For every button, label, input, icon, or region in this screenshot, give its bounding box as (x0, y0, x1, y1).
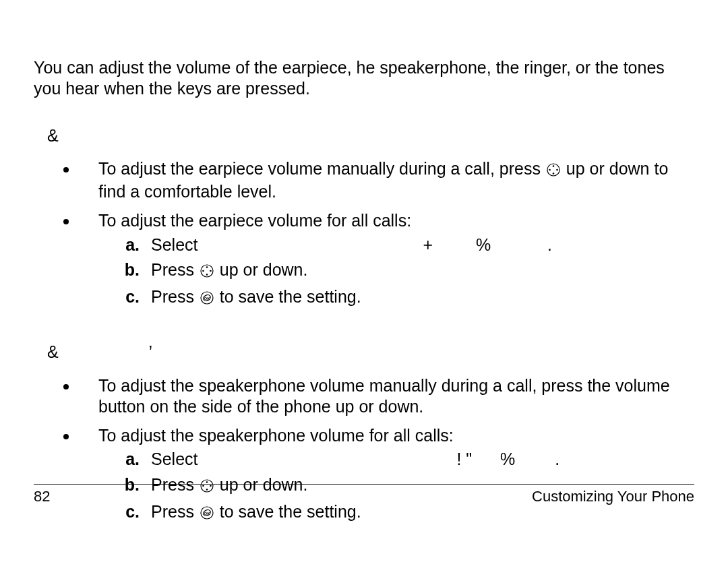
svg-point-7 (206, 274, 208, 276)
svg-point-2 (553, 173, 555, 175)
s1-item2: To adjust the earpiece volume for all ca… (78, 210, 694, 309)
plus-symbol: + (423, 235, 433, 254)
s2-item2-text: To adjust the speakerphone volume for al… (98, 426, 454, 445)
s1c-before: Press (151, 287, 199, 306)
footer-title: Customizing Your Phone (532, 487, 694, 506)
s1-item2-text: To adjust the earpiece volume for all ca… (98, 211, 411, 230)
s2a-before: Select (151, 449, 198, 468)
s1-item1: To adjust the earpiece volume manually d… (78, 158, 694, 203)
svg-point-6 (206, 266, 208, 268)
nav-icon (547, 160, 560, 181)
s1b-before: Press (151, 260, 199, 279)
s1a-before: Select (151, 235, 198, 254)
section1-prefix: & (34, 125, 694, 146)
svg-point-9 (210, 270, 212, 272)
s1-steps: Select + % . Press (98, 235, 694, 310)
document-page: You can adjust the volume of the earpiec… (0, 0, 728, 524)
s1-item1-before: To adjust the earpiece volume manually d… (98, 159, 545, 178)
ok-icon: OK (200, 288, 214, 309)
s1-step-a: Select + % . (144, 235, 694, 255)
svg-point-4 (556, 168, 558, 170)
s1c-after: to save the setting. (220, 287, 361, 306)
s2-item1-text: To adjust the speakerphone volume manual… (98, 376, 670, 416)
s1-step-c: Press OK to save the setting. (144, 286, 694, 309)
ampersand-symbol: & (47, 342, 59, 361)
svg-point-1 (553, 165, 555, 167)
s2-item2: To adjust the speakerphone volume for al… (78, 425, 694, 524)
exclaim-quote-symbol: ! " (456, 449, 472, 468)
s2-item1: To adjust the speakerphone volume manual… (78, 375, 694, 418)
page-number: 82 (34, 487, 50, 506)
percent-symbol: % (500, 449, 515, 468)
percent-symbol: % (476, 235, 491, 254)
period-symbol: . (555, 449, 559, 468)
page-footer: 82 Customizing Your Phone (34, 484, 694, 506)
s1b-after: up or down. (220, 260, 308, 279)
svg-point-3 (549, 168, 551, 170)
apostrophe-symbol: ’ (149, 342, 153, 361)
svg-text:OK: OK (204, 511, 210, 515)
svg-point-8 (202, 270, 204, 272)
period-symbol: . (547, 235, 552, 254)
section1-list: To adjust the earpiece volume manually d… (34, 158, 694, 310)
nav-icon (200, 261, 214, 282)
section2-prefix: & ’ (34, 342, 694, 363)
ampersand-symbol: & (47, 126, 59, 145)
intro-paragraph: You can adjust the volume of the earpiec… (34, 57, 694, 100)
svg-text:OK: OK (204, 296, 210, 301)
ok-icon: OK (200, 503, 214, 524)
s1-step-b: Press up or down. (144, 259, 694, 282)
s2-step-a: Select ! " % . (144, 449, 694, 470)
svg-point-14 (206, 481, 208, 483)
